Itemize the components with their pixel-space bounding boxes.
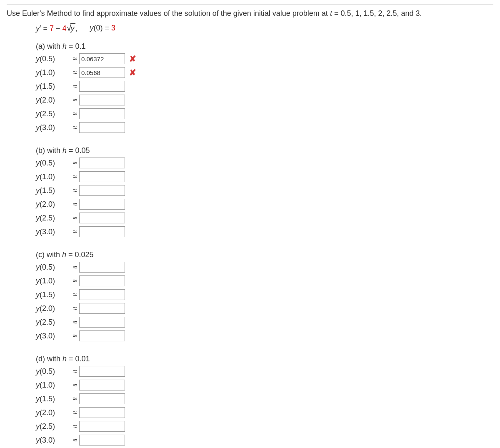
label-y: y (36, 290, 40, 299)
answer-input[interactable] (79, 380, 125, 390)
answer-input[interactable] (79, 289, 125, 300)
answer-input[interactable] (79, 199, 125, 210)
answer-row: y(1.5)≈ (36, 184, 493, 197)
row-label: y(3.0) (36, 123, 71, 132)
answer-input[interactable] (79, 393, 125, 404)
answer-input[interactable] (79, 330, 125, 341)
part-suffix: = 0.05 (67, 146, 90, 155)
answer-input[interactable] (79, 53, 125, 64)
label-y: y (36, 332, 40, 340)
answer-row: y(2.0)≈ (36, 406, 493, 419)
approx-symbol: ≈ (71, 381, 79, 390)
part-prefix: (c) with (36, 250, 62, 259)
label-arg: (2.0) (40, 408, 55, 417)
row-label: y(1.0) (36, 381, 71, 390)
label-arg: (2.5) (40, 422, 55, 430)
approx-symbol: ≈ (71, 277, 79, 285)
answer-row: y(1.0)≈✘ (36, 66, 493, 79)
label-arg: (1.5) (40, 290, 55, 299)
row-label: y(2.0) (36, 304, 71, 313)
answer-row: y(3.0)≈ (36, 330, 493, 342)
part-d: (d) with h = 0.01y(0.5)≈y(1.0)≈y(1.5)≈y(… (36, 355, 493, 446)
answer-input[interactable] (79, 421, 125, 432)
answer-input[interactable] (79, 158, 125, 168)
answer-input[interactable] (79, 407, 125, 418)
row-label: y(2.5) (36, 422, 71, 431)
row-label: y(0.5) (36, 159, 71, 168)
row-label: y(0.5) (36, 55, 71, 63)
approx-symbol: ≈ (71, 436, 79, 445)
label-arg: (1.5) (40, 395, 55, 403)
row-label: y(2.0) (36, 96, 71, 105)
answer-row: y(3.0)≈ (36, 121, 493, 134)
row-label: y(1.5) (36, 186, 71, 195)
answer-input[interactable] (79, 317, 125, 328)
row-label: y(2.5) (36, 318, 71, 327)
answer-row: y(2.5)≈ (36, 108, 493, 120)
answer-input[interactable] (79, 171, 125, 182)
approx-symbol: ≈ (71, 395, 79, 403)
label-y: y (36, 408, 40, 417)
approx-symbol: ≈ (71, 186, 79, 195)
approx-symbol: ≈ (71, 55, 79, 63)
label-y: y (36, 263, 40, 271)
var-h: h (62, 250, 66, 259)
answer-input[interactable] (79, 122, 125, 133)
label-arg: (1.5) (40, 82, 55, 90)
answer-input[interactable] (79, 108, 125, 119)
approx-symbol: ≈ (71, 332, 79, 340)
answer-row: y(3.0)≈ (36, 434, 493, 446)
var-h: h (62, 146, 67, 155)
row-label: y(1.0) (36, 68, 71, 77)
part-header: (d) with h = 0.01 (36, 355, 493, 363)
answer-input[interactable] (79, 67, 125, 78)
ic-paren: (0) = (94, 24, 112, 32)
label-arg: (3.0) (40, 228, 55, 236)
answer-input[interactable] (79, 366, 125, 377)
answer-input[interactable] (79, 95, 125, 105)
divider (7, 4, 493, 5)
answer-input[interactable] (79, 226, 125, 237)
answer-row: y(2.0)≈ (36, 198, 493, 210)
equation: y′ = 7 − 4√y, y(0) = 3 (36, 23, 493, 33)
label-y: y (36, 436, 40, 444)
row-label: y(3.0) (36, 228, 71, 236)
row-label: y(2.0) (36, 408, 71, 417)
approx-symbol: ≈ (71, 408, 79, 417)
approx-symbol: ≈ (71, 318, 79, 327)
label-arg: (2.0) (40, 200, 55, 208)
label-arg: (0.5) (40, 367, 55, 375)
label-y: y (36, 186, 40, 195)
answer-input[interactable] (79, 275, 125, 286)
answer-input[interactable] (79, 262, 125, 273)
part-header: (b) with h = 0.05 (36, 146, 493, 155)
approx-symbol: ≈ (71, 263, 79, 272)
answer-row: y(0.5)≈✘ (36, 53, 493, 65)
label-arg: (2.5) (40, 214, 55, 222)
row-label: y(2.5) (36, 110, 71, 118)
part-header: (c) with h = 0.025 (36, 250, 493, 259)
coef-7: 7 (50, 24, 54, 33)
part-a: (a) with h = 0.1y(0.5)≈✘y(1.0)≈✘y(1.5)≈y… (36, 42, 493, 134)
answer-input[interactable] (79, 81, 125, 92)
answer-row: y(3.0)≈ (36, 225, 493, 238)
answer-row: y(2.0)≈ (36, 302, 493, 315)
instruction-before: Use Euler's Method to find approximate v… (7, 9, 330, 18)
answer-input[interactable] (79, 185, 125, 196)
label-arg: (2.5) (40, 110, 55, 118)
sqrt: √y (66, 23, 75, 33)
part-suffix: = 0.025 (66, 250, 94, 259)
part-suffix: = 0.01 (67, 355, 90, 363)
approx-symbol: ≈ (71, 96, 79, 105)
label-y: y (36, 422, 40, 430)
approx-symbol: ≈ (71, 422, 79, 431)
wrong-icon: ✘ (129, 55, 136, 63)
label-y: y (36, 318, 40, 326)
answer-input[interactable] (79, 435, 125, 445)
answer-row: y(1.5)≈ (36, 80, 493, 93)
answer-row: y(1.0)≈ (36, 275, 493, 287)
answer-input[interactable] (79, 213, 125, 223)
answer-input[interactable] (79, 303, 125, 314)
label-arg: (3.0) (40, 436, 55, 444)
label-y: y (36, 381, 40, 389)
